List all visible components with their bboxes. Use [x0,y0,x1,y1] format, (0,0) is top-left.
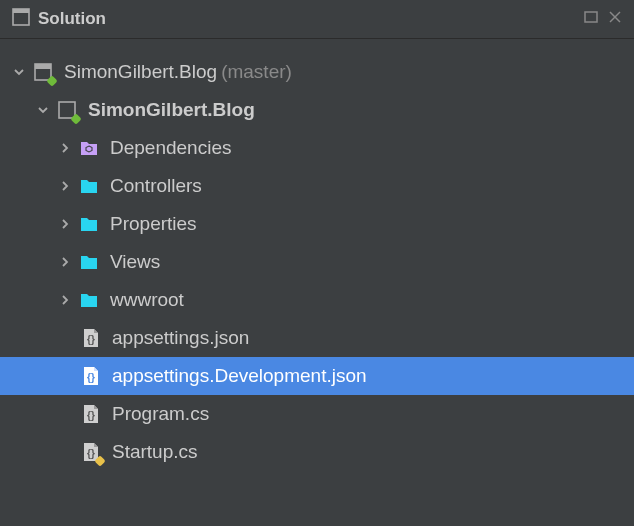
close-icon[interactable] [608,10,622,28]
chevron-right-icon[interactable] [58,256,72,268]
chevron-right-icon[interactable] [58,218,72,230]
tree-item-label: Dependencies [110,137,231,159]
svg-rect-1 [13,9,29,13]
chevron-right-icon[interactable] [58,294,72,306]
tree-item-startup[interactable]: {} Startup.cs [0,433,634,471]
tree-item-controllers[interactable]: Controllers [0,167,634,205]
tree-item-appsettings-dev[interactable]: {} appsettings.Development.json [0,357,634,395]
tree-item-label: wwwroot [110,289,184,311]
solution-tree: SimonGilbert.Blog (master) SimonGilbert.… [0,39,634,526]
tree-item-properties[interactable]: Properties [0,205,634,243]
folder-icon [78,289,100,311]
solution-icon [12,8,30,30]
svg-text:{}: {} [87,448,95,459]
csharp-file-icon: {} [80,441,102,463]
panel-header: Solution [0,0,634,39]
minimize-icon[interactable] [584,10,598,28]
chevron-down-icon[interactable] [12,66,26,78]
header-left: Solution [12,8,106,30]
panel-title: Solution [38,9,106,29]
csharp-file-icon: {} [80,403,102,425]
project-label: SimonGilbert.Blog [88,99,255,121]
svg-text:{}: {} [87,334,95,345]
tree-item-label: Startup.cs [112,441,198,463]
solution-root[interactable]: SimonGilbert.Blog (master) [0,53,634,91]
tree-item-program[interactable]: {} Program.cs [0,395,634,433]
json-file-icon: {} [80,327,102,349]
tree-item-label: Controllers [110,175,202,197]
svg-text:{}: {} [87,410,95,421]
tree-item-label: appsettings.Development.json [112,365,367,387]
tree-item-wwwroot[interactable]: wwwroot [0,281,634,319]
tree-item-views[interactable]: Views [0,243,634,281]
solution-file-icon [32,61,54,83]
solution-panel: Solution [0,0,634,526]
tree-item-dependencies[interactable]: Dependencies [0,129,634,167]
folder-icon [78,213,100,235]
chevron-down-icon[interactable] [36,104,50,116]
chevron-right-icon[interactable] [58,142,72,154]
tree-item-label: appsettings.json [112,327,249,349]
tree-item-label: Views [110,251,160,273]
solution-root-label: SimonGilbert.Blog [64,61,217,83]
project-icon [56,99,78,121]
svg-text:{}: {} [87,372,95,383]
branch-label: (master) [221,61,292,83]
chevron-right-icon[interactable] [58,180,72,192]
folder-icon [78,251,100,273]
project-node[interactable]: SimonGilbert.Blog [0,91,634,129]
tree-item-label: Program.cs [112,403,209,425]
header-controls [584,10,622,28]
svg-rect-2 [585,12,597,22]
dependencies-icon [78,137,100,159]
json-file-icon: {} [80,365,102,387]
svg-rect-6 [35,64,51,69]
tree-item-label: Properties [110,213,197,235]
folder-icon [78,175,100,197]
tree-item-appsettings[interactable]: {} appsettings.json [0,319,634,357]
